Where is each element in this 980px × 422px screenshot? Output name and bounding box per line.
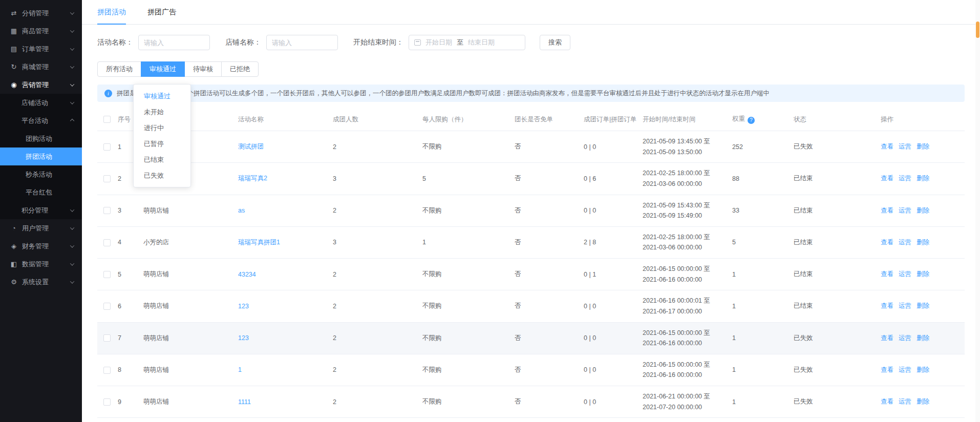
sidebar-item-mall[interactable]: ↻商城管理 (0, 58, 82, 76)
cell-orders: 0 | 0 (584, 131, 643, 163)
action-operate[interactable]: 运营 (899, 141, 911, 152)
time-end: 2021-06-16 00:00:00 (643, 338, 727, 349)
row-checkbox[interactable] (103, 367, 111, 374)
action-view[interactable]: 查看 (881, 173, 893, 184)
action-view[interactable]: 查看 (881, 396, 893, 407)
action-operate[interactable]: 运营 (899, 301, 911, 311)
scrollbar-track[interactable] (975, 0, 980, 422)
cell-index: 7 (118, 322, 143, 354)
time-end: 2021-05-09 15:49:00 (643, 210, 727, 221)
header-orders: 成团订单|拼团订单 (584, 108, 643, 131)
row-checkbox[interactable] (103, 334, 111, 342)
date-range-picker[interactable]: 开始日期 至 结束日期 (409, 35, 525, 50)
row-checkbox[interactable] (103, 143, 111, 151)
status-tab-all[interactable]: 所有活动 (97, 61, 141, 77)
row-checkbox[interactable] (103, 239, 111, 246)
cell-shop-name: 萌萌店铺 (143, 259, 238, 290)
tab-pintuan-activity[interactable]: 拼团活动 (97, 0, 126, 24)
sidebar-item-shop-activity[interactable]: 店铺活动 (0, 94, 82, 112)
activity-link[interactable]: 1 (238, 366, 242, 373)
sidebar-item-data[interactable]: ◧数据管理 (0, 255, 82, 273)
row-checkbox[interactable] (103, 207, 111, 214)
row-checkbox[interactable] (103, 175, 111, 182)
dropdown-item-expired[interactable]: 已失效 (134, 167, 190, 183)
cell-purchase-limit: 不限购 (422, 322, 515, 354)
weight-help-icon[interactable]: ? (748, 117, 755, 124)
cell-time: 2021-06-16 00:00:01 至2021-06-17 00:00:00 (643, 290, 732, 322)
cell-activity-name: 0615拼团 (238, 418, 333, 422)
sidebar-item-finance[interactable]: ◈财务管理 (0, 237, 82, 255)
sidebar-item-settings[interactable]: ⚙系统设置 (0, 273, 82, 291)
cell-weight: 1 (732, 354, 794, 386)
activity-name-input[interactable] (138, 35, 210, 50)
sidebar-item-marketing[interactable]: ◉营销管理 (0, 76, 82, 94)
cell-actions: 查看运营删除 (881, 259, 965, 290)
chevron-down-icon (70, 46, 74, 50)
action-delete[interactable]: 删除 (917, 333, 929, 344)
sidebar-item-orders[interactable]: ▤订单管理 (0, 40, 82, 58)
table-row: 10肥肥供应商0615拼团2不限购否0 | 62021-06-15 00:00:… (97, 418, 965, 422)
row-checkbox[interactable] (103, 398, 111, 406)
cell-index: 10 (118, 418, 143, 422)
dropdown-item-in-progress[interactable]: 进行中 (134, 120, 190, 136)
header-weight: 权重? (732, 108, 794, 131)
cell-leader-free: 否 (515, 418, 584, 422)
sidebar-item-platform-red-packet[interactable]: 平台红包 (0, 183, 82, 201)
action-operate[interactable]: 运营 (899, 173, 911, 184)
action-operate[interactable]: 运营 (899, 365, 911, 375)
activity-link[interactable]: 43234 (238, 271, 256, 278)
sidebar-item-distribution[interactable]: ⇄分销管理 (0, 4, 82, 22)
action-view[interactable]: 查看 (881, 205, 893, 216)
sidebar-item-pintuan-activity[interactable]: 拼团活动 (0, 147, 82, 165)
action-view[interactable]: 查看 (881, 301, 893, 311)
dropdown-item-ended[interactable]: 已结束 (134, 152, 190, 167)
activity-link[interactable]: 测试拼团 (238, 143, 264, 150)
sidebar-item-group-buy-activity[interactable]: 团购活动 (0, 130, 82, 147)
action-delete[interactable]: 删除 (917, 396, 929, 407)
sidebar-item-seckill-activity[interactable]: 秒杀活动 (0, 165, 82, 183)
action-operate[interactable]: 运营 (899, 333, 911, 344)
status-tab-approved[interactable]: 审核通过 (141, 61, 185, 77)
action-view[interactable]: 查看 (881, 333, 893, 344)
action-delete[interactable]: 删除 (917, 173, 929, 184)
action-view[interactable]: 查看 (881, 365, 893, 375)
action-view[interactable]: 查看 (881, 269, 893, 280)
action-operate[interactable]: 运营 (899, 205, 911, 216)
search-button[interactable]: 搜索 (540, 35, 570, 50)
dropdown-item-approved[interactable]: 审核通过 (134, 88, 190, 104)
status-tab-pending[interactable]: 待审核 (184, 61, 222, 77)
action-view[interactable]: 查看 (881, 141, 893, 152)
action-operate[interactable]: 运营 (899, 396, 911, 407)
scrollbar-thumb[interactable] (976, 22, 979, 38)
shop-name-input[interactable] (266, 35, 338, 50)
action-delete[interactable]: 删除 (917, 205, 929, 216)
dropdown-item-paused[interactable]: 已暂停 (134, 136, 190, 152)
activity-link[interactable]: 1111 (238, 398, 251, 406)
action-operate[interactable]: 运营 (899, 269, 911, 280)
action-view[interactable]: 查看 (881, 237, 893, 248)
row-checkbox[interactable] (103, 303, 111, 310)
action-delete[interactable]: 删除 (917, 237, 929, 248)
chevron-down-icon (70, 82, 74, 86)
activity-link[interactable]: 瑞瑞写真2 (238, 175, 267, 182)
action-delete[interactable]: 删除 (917, 141, 929, 152)
sidebar-item-goods[interactable]: ▦商品管理 (0, 22, 82, 40)
action-delete[interactable]: 删除 (917, 301, 929, 311)
activity-link[interactable]: 瑞瑞写真拼团1 (238, 239, 280, 246)
sidebar-item-users[interactable]: ◔用户管理 (0, 219, 82, 237)
action-delete[interactable]: 删除 (917, 269, 929, 280)
row-checkbox[interactable] (103, 271, 111, 278)
cell-activity-name: 瑞瑞写真2 (238, 163, 333, 195)
action-delete[interactable]: 删除 (917, 365, 929, 375)
activity-link[interactable]: as (238, 207, 245, 214)
status-tab-rejected[interactable]: 已拒绝 (221, 61, 259, 77)
action-operate[interactable]: 运营 (899, 237, 911, 248)
sidebar-item-points[interactable]: 积分管理 (0, 201, 82, 219)
dropdown-item-not-started[interactable]: 未开始 (134, 104, 190, 120)
activity-link[interactable]: 123 (238, 334, 249, 342)
tab-pintuan-ads[interactable]: 拼团广告 (147, 0, 176, 24)
sidebar-item-platform-activity[interactable]: 平台活动 (0, 112, 82, 130)
date-range-label: 开始结束时间： (353, 38, 403, 47)
activity-link[interactable]: 123 (238, 303, 249, 310)
header-select-checkbox[interactable] (103, 116, 111, 123)
